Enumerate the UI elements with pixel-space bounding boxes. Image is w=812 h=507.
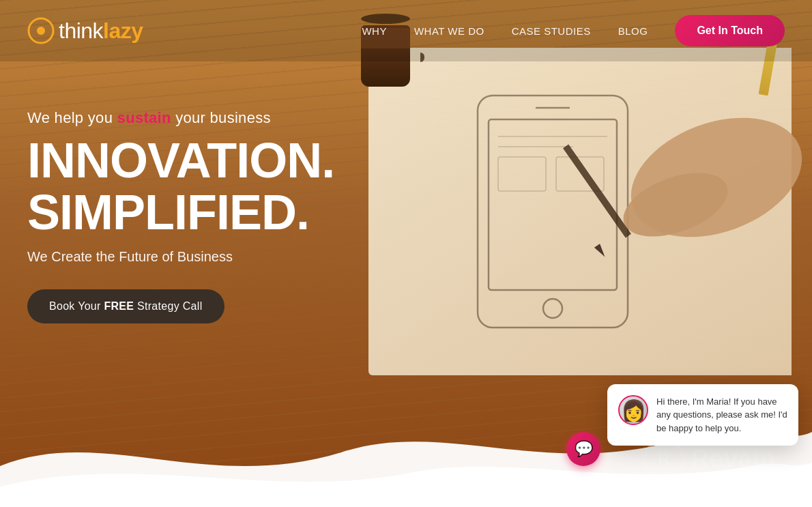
nav-links: WHY WHAT WE DO CASE STUDIES BLOG Get In …: [362, 15, 785, 46]
subheadline: We Create the Future of Business: [27, 249, 437, 265]
nav-blog[interactable]: BLOG: [618, 25, 648, 37]
strategy-label-prefix: Book Your: [49, 300, 104, 312]
logo-think: think: [59, 18, 103, 44]
strategy-label-suffix: Strategy Call: [134, 300, 202, 312]
strategy-label-free: FREE: [104, 300, 134, 312]
chat-avatar: [618, 395, 648, 425]
get-in-touch-button[interactable]: Get In Touch: [675, 15, 785, 46]
chat-widget: Hi there, I'm Maria! If you have any que…: [607, 384, 798, 446]
tagline-prefix: We help you: [27, 109, 117, 126]
chat-bubble-button[interactable]: 💬: [566, 432, 600, 466]
logo[interactable]: thinklazy: [27, 17, 143, 44]
nav-case-studies[interactable]: CASE STUDIES: [512, 25, 591, 37]
tagline-highlight: sustain: [117, 109, 171, 126]
tagline-suffix: your business: [171, 109, 271, 126]
hero-content: We help you sustain your business INNOVA…: [27, 109, 437, 323]
nav-why[interactable]: WHY: [362, 25, 387, 37]
revain-text: Revain: [691, 445, 776, 474]
navbar: thinklazy WHY WHAT WE DO CASE STUDIES BL…: [0, 0, 812, 61]
svg-point-13: [37, 27, 45, 35]
strategy-call-button[interactable]: Book Your FREE Strategy Call: [27, 289, 224, 323]
chat-message: Hi there, I'm Maria! If you have any que…: [656, 395, 787, 435]
nav-what-we-do[interactable]: WHAT WE DO: [414, 25, 484, 37]
tagline: We help you sustain your business: [27, 109, 437, 127]
logo-lazy: lazy: [103, 18, 143, 44]
main-headline: INNOVATION. SIMPLIFIED.: [27, 135, 437, 238]
